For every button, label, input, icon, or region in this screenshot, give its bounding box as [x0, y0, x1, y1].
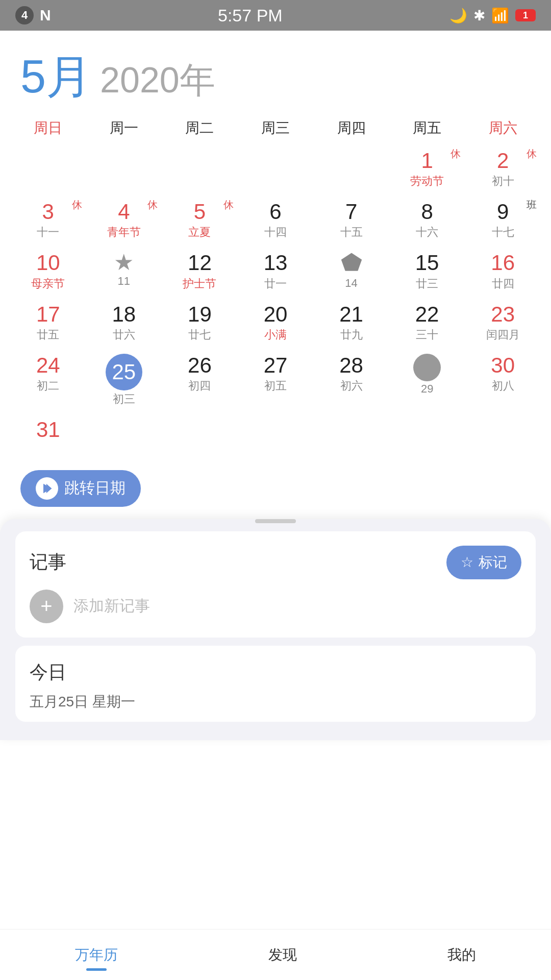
day-5-sub: 立夏 — [164, 225, 236, 240]
nav-item-discover[interactable]: 发现 — [268, 945, 297, 965]
day-7[interactable]: 7 十五 — [313, 196, 389, 247]
bottom-panel: 记事 ☆ 标记 + 添加新记事 今日 五月25日 星期一 — [0, 519, 551, 740]
nav-item-almanac[interactable]: 万年历 — [75, 945, 118, 965]
day-1-badge: 休 — [450, 147, 461, 161]
day-20-num: 20 — [240, 303, 312, 326]
day-4[interactable]: 休 4 青年节 — [86, 196, 162, 247]
mark-button[interactable]: ☆ 标记 — [446, 546, 521, 579]
day-24[interactable]: 24 初二 — [10, 350, 86, 414]
day-21-num: 21 — [315, 303, 387, 326]
day-13[interactable]: 13 廿一 — [238, 247, 314, 298]
day-11[interactable]: ★ 11 — [86, 247, 162, 298]
day-26-num: 26 — [164, 354, 236, 377]
day-14[interactable]: 14 — [313, 247, 389, 298]
notes-title: 记事 — [30, 550, 66, 575]
weekday-mon: 周一 — [86, 113, 162, 143]
day-8[interactable]: 8 十六 — [389, 196, 465, 247]
day-29[interactable]: 29 — [389, 350, 465, 414]
day-27[interactable]: 27 初五 — [238, 350, 314, 414]
notes-header: 记事 ☆ 标记 — [30, 546, 521, 579]
nav-mine-label: 我的 — [447, 945, 476, 965]
day-10-num: 10 — [12, 251, 84, 275]
day-28[interactable]: 28 初六 — [313, 350, 389, 414]
day-16[interactable]: 16 廿四 — [465, 247, 541, 298]
status-time: 5:57 PM — [218, 6, 283, 26]
day-empty-r6-4 — [238, 414, 314, 465]
jump-button[interactable]: 跳转日期 — [20, 470, 141, 507]
day-15-num: 15 — [391, 251, 463, 275]
day-28-sub: 初六 — [315, 378, 387, 394]
add-note-placeholder[interactable]: 添加新记事 — [73, 596, 150, 617]
day-5[interactable]: 休 5 立夏 — [162, 196, 238, 247]
status-right: 🌙 ✱ 📶 1 — [449, 7, 536, 24]
day-18-num: 18 — [88, 303, 160, 326]
svg-marker-0 — [341, 253, 361, 271]
add-note-button[interactable]: + — [30, 590, 63, 623]
day-9[interactable]: 班 9 十七 — [465, 196, 541, 247]
status-bar: 4 N 5:57 PM 🌙 ✱ 📶 1 — [0, 0, 551, 31]
day-12-sub: 护士节 — [164, 276, 236, 291]
star-btn-icon: ☆ — [461, 554, 473, 571]
month-label: 5月 — [20, 46, 92, 108]
day-18-sub: 廿六 — [88, 327, 160, 342]
day-26[interactable]: 26 初四 — [162, 350, 238, 414]
day-16-num: 16 — [467, 251, 539, 275]
day-30-sub: 初八 — [467, 378, 539, 394]
weekday-row: 周日 周一 周二 周三 周四 周五 周六 — [0, 113, 551, 143]
day-12-num: 12 — [164, 251, 236, 275]
today-date-preview: 五月25日 星期一 — [30, 692, 521, 712]
day-25[interactable]: 25 初三 — [86, 350, 162, 414]
day-empty-r6-3 — [162, 414, 238, 465]
day-24-sub: 初二 — [12, 378, 84, 394]
calendar-grid: 休 1 劳动节 休 2 初十 休 3 十一 休 4 青年节 休 5 立夏 6 十… — [0, 145, 551, 465]
day-22[interactable]: 22 三十 — [389, 299, 465, 350]
jump-btn-label: 跳转日期 — [64, 478, 126, 499]
day-1-sub: 劳动节 — [391, 174, 463, 189]
day-8-num: 8 — [391, 200, 463, 224]
day-30-num: 30 — [467, 354, 539, 377]
nav-item-mine[interactable]: 我的 — [447, 945, 476, 965]
day-empty-1 — [10, 145, 86, 196]
day-15[interactable]: 15 廿三 — [389, 247, 465, 298]
day-1[interactable]: 休 1 劳动节 — [389, 145, 465, 196]
mark-btn-label: 标记 — [479, 553, 507, 572]
day-20-sub: 小满 — [240, 327, 312, 342]
day-17-sub: 廿五 — [12, 327, 84, 342]
weekday-sun: 周日 — [10, 113, 86, 143]
day-15-sub: 廿三 — [391, 276, 463, 291]
battery-icon: 1 — [515, 9, 536, 21]
day-6[interactable]: 6 十四 — [238, 196, 314, 247]
today-section: 今日 五月25日 星期一 — [15, 646, 536, 722]
day-20[interactable]: 20 小满 — [238, 299, 314, 350]
nav-almanac-label: 万年历 — [75, 945, 118, 965]
day-17[interactable]: 17 廿五 — [10, 299, 86, 350]
day-19[interactable]: 19 廿七 — [162, 299, 238, 350]
jump-btn-icon — [36, 477, 58, 500]
weekday-sat: 周六 — [465, 113, 541, 143]
drag-handle[interactable] — [255, 519, 296, 523]
weekday-tue: 周二 — [162, 113, 238, 143]
day-19-sub: 廿七 — [164, 327, 236, 342]
day-30[interactable]: 30 初八 — [465, 350, 541, 414]
bluetooth-icon: ✱ — [473, 7, 485, 24]
day-8-sub: 十六 — [391, 225, 463, 240]
weekday-fri: 周五 — [389, 113, 465, 143]
day-25-num: 25 — [106, 354, 142, 390]
day-2[interactable]: 休 2 初十 — [465, 145, 541, 196]
day-19-num: 19 — [164, 303, 236, 326]
day-3-badge: 休 — [72, 198, 82, 212]
day-24-num: 24 — [12, 354, 84, 377]
day-18[interactable]: 18 廿六 — [86, 299, 162, 350]
day-10[interactable]: 10 母亲节 — [10, 247, 86, 298]
day-4-sub: 青年节 — [88, 225, 160, 240]
day-12[interactable]: 12 护士节 — [162, 247, 238, 298]
day-31[interactable]: 31 — [10, 414, 86, 465]
day-21[interactable]: 21 廿九 — [313, 299, 389, 350]
day-6-sub: 十四 — [240, 225, 312, 240]
day-31-num: 31 — [12, 418, 84, 442]
circle-gray-icon — [413, 354, 441, 381]
day-3[interactable]: 休 3 十一 — [10, 196, 86, 247]
day-23[interactable]: 23 闰四月 — [465, 299, 541, 350]
day-2-sub: 初十 — [467, 174, 539, 189]
day-23-num: 23 — [467, 303, 539, 326]
